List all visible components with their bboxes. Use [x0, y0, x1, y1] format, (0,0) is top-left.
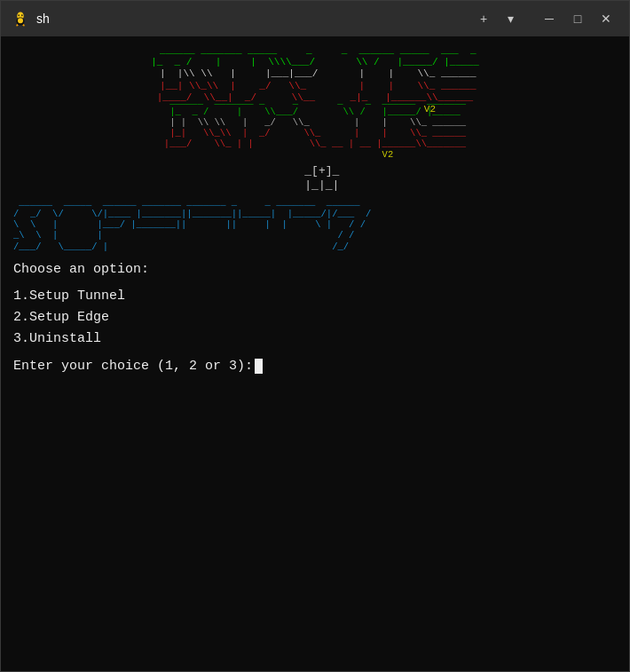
svg-point-2 [21, 14, 23, 16]
svg-point-5 [18, 18, 23, 23]
input-prompt-text: Enter your choice (1, 2 or 3): [13, 359, 253, 374]
tab-dropdown-button[interactable]: ▾ [498, 6, 523, 31]
menu-section: Choose an option: 1.Setup Tunnel 2.Setup… [13, 259, 617, 374]
menu-item-1: 1.Setup Tunnel [13, 286, 617, 307]
new-tab-button[interactable]: + [471, 6, 496, 31]
menu-prompt-label: Choose an option: [13, 259, 617, 281]
titlebar: sh + ▾ ─ □ ✕ [1, 1, 629, 36]
close-button[interactable]: ✕ [594, 6, 618, 31]
input-prompt-line: Enter your choice (1, 2 or 3): [13, 359, 617, 374]
tux-icon [12, 10, 29, 28]
cross-symbol: _[+]_ |_|_| [13, 164, 617, 194]
svg-point-1 [18, 14, 20, 16]
tab-buttons: + ▾ [471, 6, 523, 31]
rtxvpn-logo: ______ _______ _____ _ _ ______ _____ __… [13, 45, 617, 161]
terminal-content: ______ _______ _____ _ _ ______ _____ __… [1, 36, 629, 671]
menu-item-3: 3.Uninstall [13, 328, 617, 350]
rtxvpn-logo-art: ______ _______ _ _ _ _ ______ _______ |_… [13, 96, 617, 160]
window-controls: ─ □ ✕ [537, 6, 618, 31]
menu-item-2: 2.Setup Edge [13, 307, 617, 328]
window-title: sh [36, 12, 464, 26]
softether-logo: ______ _____ ______ _______ _______ _ _ … [13, 197, 617, 252]
terminal-cursor [255, 359, 263, 374]
terminal-window: sh + ▾ ─ □ ✕ ______ _______ _____ _ _ __… [0, 0, 630, 672]
maximize-button[interactable]: □ [565, 6, 590, 31]
minimize-button[interactable]: ─ [537, 6, 562, 31]
